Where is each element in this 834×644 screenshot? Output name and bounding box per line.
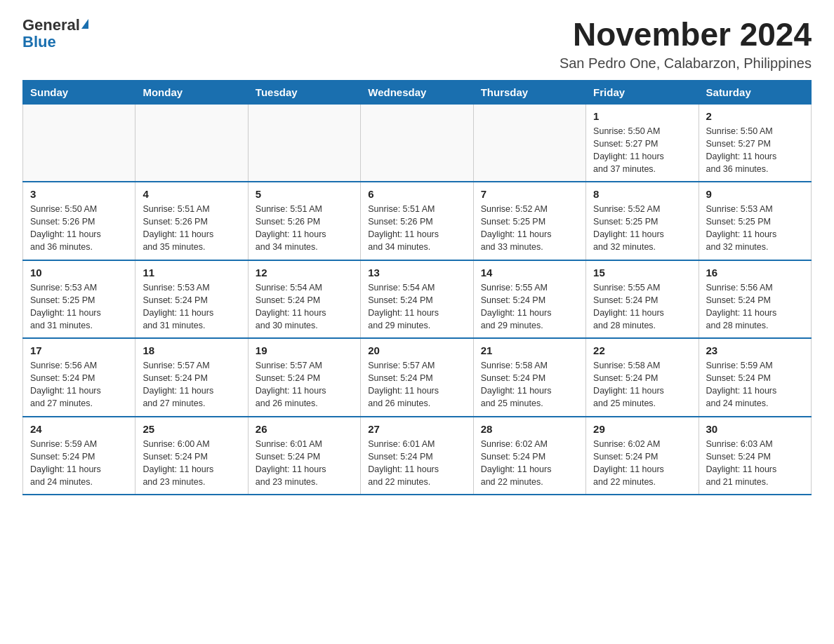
day-info: Sunrise: 5:52 AM Sunset: 5:25 PM Dayligh…	[593, 203, 691, 254]
day-number: 2	[706, 110, 804, 122]
day-info: Sunrise: 5:53 AM Sunset: 5:25 PM Dayligh…	[706, 203, 804, 254]
calendar-cell: 8Sunrise: 5:52 AM Sunset: 5:25 PM Daylig…	[586, 182, 699, 260]
calendar-week-row: 17Sunrise: 5:56 AM Sunset: 5:24 PM Dayli…	[23, 338, 812, 417]
day-info: Sunrise: 5:56 AM Sunset: 5:24 PM Dayligh…	[706, 281, 804, 333]
calendar-cell: 3Sunrise: 5:50 AM Sunset: 5:26 PM Daylig…	[23, 182, 135, 260]
weekday-header-saturday: Saturday	[699, 80, 811, 104]
calendar-cell: 30Sunrise: 6:03 AM Sunset: 5:24 PM Dayli…	[699, 417, 811, 495]
day-info: Sunrise: 5:57 AM Sunset: 5:24 PM Dayligh…	[256, 359, 353, 410]
day-number: 13	[368, 267, 465, 279]
day-number: 21	[481, 344, 578, 356]
day-number: 4	[143, 188, 240, 200]
day-number: 27	[368, 423, 465, 435]
calendar-week-row: 24Sunrise: 5:59 AM Sunset: 5:24 PM Dayli…	[23, 417, 812, 495]
day-info: Sunrise: 5:59 AM Sunset: 5:24 PM Dayligh…	[706, 359, 804, 410]
calendar-cell: 22Sunrise: 5:58 AM Sunset: 5:24 PM Dayli…	[586, 338, 699, 417]
calendar-cell: 9Sunrise: 5:53 AM Sunset: 5:25 PM Daylig…	[699, 182, 811, 260]
day-number: 15	[593, 267, 691, 279]
day-number: 10	[30, 267, 128, 279]
calendar-week-row: 1Sunrise: 5:50 AM Sunset: 5:27 PM Daylig…	[23, 104, 812, 182]
day-number: 9	[706, 188, 804, 200]
day-number: 22	[593, 344, 691, 356]
day-info: Sunrise: 5:57 AM Sunset: 5:24 PM Dayligh…	[368, 359, 465, 410]
day-number: 25	[143, 423, 240, 435]
calendar-cell: 16Sunrise: 5:56 AM Sunset: 5:24 PM Dayli…	[699, 260, 811, 339]
day-info: Sunrise: 5:56 AM Sunset: 5:24 PM Dayligh…	[30, 359, 128, 410]
calendar-cell: 26Sunrise: 6:01 AM Sunset: 5:24 PM Dayli…	[248, 417, 360, 495]
day-info: Sunrise: 5:53 AM Sunset: 5:25 PM Dayligh…	[30, 281, 128, 333]
logo-general-text: General	[22, 17, 80, 34]
day-info: Sunrise: 5:57 AM Sunset: 5:24 PM Dayligh…	[143, 359, 240, 410]
day-info: Sunrise: 5:50 AM Sunset: 5:27 PM Dayligh…	[593, 125, 691, 176]
day-number: 5	[256, 188, 353, 200]
day-info: Sunrise: 5:58 AM Sunset: 5:24 PM Dayligh…	[481, 359, 578, 410]
day-number: 16	[706, 267, 804, 279]
day-info: Sunrise: 5:50 AM Sunset: 5:27 PM Dayligh…	[706, 125, 804, 176]
day-info: Sunrise: 5:52 AM Sunset: 5:25 PM Dayligh…	[481, 203, 578, 254]
weekday-header-tuesday: Tuesday	[248, 80, 360, 104]
day-info: Sunrise: 5:53 AM Sunset: 5:24 PM Dayligh…	[143, 281, 240, 333]
calendar-cell: 14Sunrise: 5:55 AM Sunset: 5:24 PM Dayli…	[473, 260, 585, 339]
day-info: Sunrise: 5:58 AM Sunset: 5:24 PM Dayligh…	[593, 359, 691, 410]
day-info: Sunrise: 6:01 AM Sunset: 5:24 PM Dayligh…	[256, 438, 353, 489]
day-number: 23	[706, 344, 804, 356]
calendar-cell: 13Sunrise: 5:54 AM Sunset: 5:24 PM Dayli…	[361, 260, 473, 339]
day-info: Sunrise: 5:54 AM Sunset: 5:24 PM Dayligh…	[256, 281, 353, 333]
calendar-cell: 5Sunrise: 5:51 AM Sunset: 5:26 PM Daylig…	[248, 182, 360, 260]
calendar-cell: 1Sunrise: 5:50 AM Sunset: 5:27 PM Daylig…	[586, 104, 699, 182]
day-info: Sunrise: 6:01 AM Sunset: 5:24 PM Dayligh…	[368, 438, 465, 489]
calendar-cell: 10Sunrise: 5:53 AM Sunset: 5:25 PM Dayli…	[23, 260, 135, 339]
calendar-cell: 15Sunrise: 5:55 AM Sunset: 5:24 PM Dayli…	[586, 260, 699, 339]
calendar-cell	[473, 104, 585, 182]
day-info: Sunrise: 6:02 AM Sunset: 5:24 PM Dayligh…	[481, 438, 578, 489]
day-number: 14	[481, 267, 578, 279]
day-info: Sunrise: 6:03 AM Sunset: 5:24 PM Dayligh…	[706, 438, 804, 489]
location-title: San Pedro One, Calabarzon, Philippines	[560, 55, 812, 72]
month-title: November 2024	[560, 17, 812, 53]
day-number: 30	[706, 423, 804, 435]
calendar-cell: 4Sunrise: 5:51 AM Sunset: 5:26 PM Daylig…	[135, 182, 248, 260]
day-number: 18	[143, 344, 240, 356]
calendar-week-row: 10Sunrise: 5:53 AM Sunset: 5:25 PM Dayli…	[23, 260, 812, 339]
weekday-header-sunday: Sunday	[23, 80, 135, 104]
calendar-cell: 20Sunrise: 5:57 AM Sunset: 5:24 PM Dayli…	[361, 338, 473, 417]
day-number: 3	[30, 188, 128, 200]
calendar-cell: 18Sunrise: 5:57 AM Sunset: 5:24 PM Dayli…	[135, 338, 248, 417]
calendar-cell: 17Sunrise: 5:56 AM Sunset: 5:24 PM Dayli…	[23, 338, 135, 417]
day-info: Sunrise: 5:55 AM Sunset: 5:24 PM Dayligh…	[481, 281, 578, 333]
calendar-cell: 29Sunrise: 6:02 AM Sunset: 5:24 PM Dayli…	[586, 417, 699, 495]
day-info: Sunrise: 5:51 AM Sunset: 5:26 PM Dayligh…	[256, 203, 353, 254]
day-number: 17	[30, 344, 128, 356]
logo: General Blue	[22, 17, 88, 51]
day-info: Sunrise: 5:51 AM Sunset: 5:26 PM Dayligh…	[143, 203, 240, 254]
calendar-cell: 24Sunrise: 5:59 AM Sunset: 5:24 PM Dayli…	[23, 417, 135, 495]
calendar-cell: 28Sunrise: 6:02 AM Sunset: 5:24 PM Dayli…	[473, 417, 585, 495]
title-block: November 2024 San Pedro One, Calabarzon,…	[560, 17, 812, 72]
calendar-week-row: 3Sunrise: 5:50 AM Sunset: 5:26 PM Daylig…	[23, 182, 812, 260]
calendar-cell: 6Sunrise: 5:51 AM Sunset: 5:26 PM Daylig…	[361, 182, 473, 260]
calendar-cell: 23Sunrise: 5:59 AM Sunset: 5:24 PM Dayli…	[699, 338, 811, 417]
day-number: 8	[593, 188, 691, 200]
calendar-cell	[361, 104, 473, 182]
calendar-cell	[135, 104, 248, 182]
weekday-header-wednesday: Wednesday	[361, 80, 473, 104]
day-number: 19	[256, 344, 353, 356]
calendar-cell: 27Sunrise: 6:01 AM Sunset: 5:24 PM Dayli…	[361, 417, 473, 495]
day-number: 6	[368, 188, 465, 200]
day-info: Sunrise: 6:02 AM Sunset: 5:24 PM Dayligh…	[593, 438, 691, 489]
weekday-header-monday: Monday	[135, 80, 248, 104]
day-number: 12	[256, 267, 353, 279]
calendar-cell	[23, 104, 135, 182]
logo-arrow-icon	[81, 19, 88, 29]
day-number: 28	[481, 423, 578, 435]
day-info: Sunrise: 5:54 AM Sunset: 5:24 PM Dayligh…	[368, 281, 465, 333]
calendar-table: SundayMondayTuesdayWednesdayThursdayFrid…	[22, 80, 812, 496]
calendar-cell: 2Sunrise: 5:50 AM Sunset: 5:27 PM Daylig…	[699, 104, 811, 182]
calendar-cell: 11Sunrise: 5:53 AM Sunset: 5:24 PM Dayli…	[135, 260, 248, 339]
day-number: 24	[30, 423, 128, 435]
day-number: 1	[593, 110, 691, 122]
calendar-cell: 12Sunrise: 5:54 AM Sunset: 5:24 PM Dayli…	[248, 260, 360, 339]
day-info: Sunrise: 5:55 AM Sunset: 5:24 PM Dayligh…	[593, 281, 691, 333]
day-info: Sunrise: 5:50 AM Sunset: 5:26 PM Dayligh…	[30, 203, 128, 254]
day-info: Sunrise: 6:00 AM Sunset: 5:24 PM Dayligh…	[143, 438, 240, 489]
